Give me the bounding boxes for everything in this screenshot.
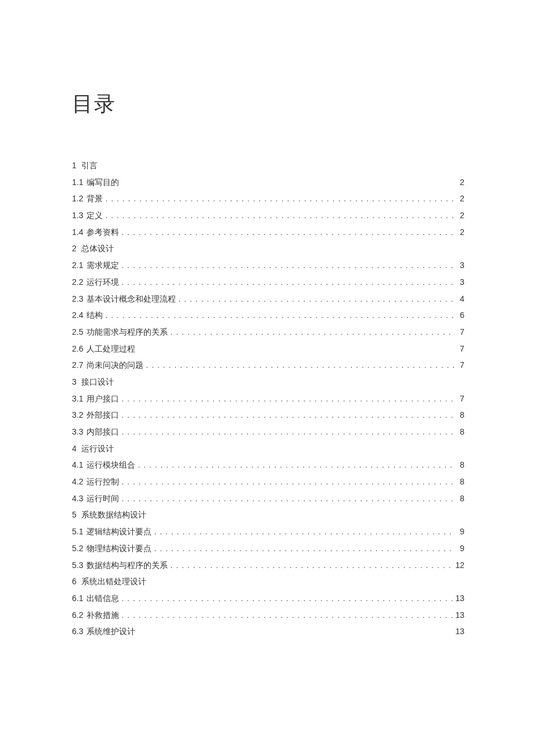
toc-entry-number: 4.1 — [72, 460, 83, 470]
toc-entry-page: 13 — [455, 593, 464, 603]
toc-entry-text: 运行模块组合 — [86, 460, 135, 471]
toc-entry-text: 逻辑结构设计要点 — [86, 527, 151, 537]
toc-entry-page: 2 — [457, 193, 464, 204]
toc-leader-dots: . . . . . . . . . . . . . . . . . . . . … — [178, 294, 455, 304]
toc-entry-number: 1.1 — [72, 177, 83, 187]
toc-entry-number: 3 — [72, 377, 77, 387]
toc-leader-dots: . . . . . . . . . . . . . . . . . . . . … — [138, 460, 455, 470]
toc-leader-dots: . . . . . . . . . . . . . . . . . . . . … — [146, 360, 455, 370]
toc-entry-number: 2.7 — [72, 360, 83, 370]
toc-entry-page: 3 — [457, 277, 464, 287]
toc-entry: 3.1用户接口. . . . . . . . . . . . . . . . .… — [72, 393, 464, 404]
toc-entry-number: 1.4 — [72, 227, 83, 237]
toc-entry: 6系统出错处理设计 — [72, 576, 464, 587]
toc-entry-page: 7 — [457, 360, 464, 370]
toc-entry: 6.3系统维护设计. . . . . . . . . . . . . . . .… — [72, 626, 464, 637]
toc-entry-page: 13 — [455, 626, 464, 636]
toc-entry-text: 外部接口 — [86, 410, 119, 421]
toc-entry: 6.2补救措施. . . . . . . . . . . . . . . . .… — [72, 610, 464, 621]
toc-entry-page: 3 — [457, 260, 464, 270]
toc-entry-number: 4 — [72, 443, 77, 454]
toc-entry-text: 出错信息 — [86, 594, 119, 604]
toc-leader-dots: . . . . . . . . . . . . . . . . . . . . … — [121, 593, 453, 603]
toc-entry-text: 人工处理过程 — [86, 344, 135, 355]
toc-entry-page: 2 — [457, 227, 464, 237]
toc-entry-page: 7 — [457, 327, 464, 337]
toc-entry-number: 1.3 — [72, 210, 83, 220]
toc-entry-number: 4.3 — [72, 493, 83, 504]
toc-entry-text: 参考资料 — [86, 227, 119, 238]
toc-leader-dots: . . . . . . . . . . . . . . . . . . . . … — [121, 476, 455, 487]
toc-entry-page: 4 — [457, 294, 464, 304]
toc-entry-text: 功能需求与程序的关系 — [86, 327, 168, 338]
toc-entry: 2总体设计 — [72, 243, 464, 254]
toc-entry: 4运行设计 — [72, 443, 464, 454]
toc-entry-text: 系统维护设计 — [86, 627, 135, 637]
toc-entry-number: 1.2 — [72, 193, 83, 204]
toc-entry-text: 接口设计 — [81, 377, 114, 388]
toc-entry: 4.1运行模块组合. . . . . . . . . . . . . . . .… — [72, 460, 464, 471]
toc-entry-number: 6.2 — [72, 610, 83, 620]
toc-entry-text: 运行环境 — [86, 277, 119, 288]
toc-entry-text: 尚未问决的问题 — [86, 360, 143, 371]
toc-entry: 1.2背景. . . . . . . . . . . . . . . . . .… — [72, 193, 464, 204]
toc-leader-dots: . . . . . . . . . . . . . . . . . . . . … — [121, 426, 455, 437]
toc-leader-dots: . . . . . . . . . . . . . . . . . . . . … — [121, 493, 455, 504]
toc-leader-dots: . . . . . . . . . . . . . . . . . . . . … — [121, 227, 455, 237]
toc-entry-number: 2.4 — [72, 310, 83, 320]
toc-leader-dots: . . . . . . . . . . . . . . . . . . . . … — [170, 560, 453, 570]
toc-entry: 2.4结构. . . . . . . . . . . . . . . . . .… — [72, 310, 464, 321]
toc-entry-number: 1 — [72, 160, 77, 171]
toc-entry: 1引言 — [72, 160, 464, 171]
toc-entry-text: 内部接口 — [86, 427, 119, 437]
toc-entry: 2.5功能需求与程序的关系. . . . . . . . . . . . . .… — [72, 327, 464, 338]
toc-entry-page: 13 — [455, 610, 464, 620]
toc-entry-text: 补救措施 — [86, 610, 119, 621]
table-of-contents: 1引言1.1编写目的. . . . . . . . . . . . . . . … — [72, 160, 464, 637]
toc-leader-dots: . . . . . . . . . . . . . . . . . . . . … — [121, 410, 455, 420]
toc-entry-page: 8 — [457, 460, 464, 470]
toc-entry: 1.1编写目的. . . . . . . . . . . . . . . . .… — [72, 177, 464, 188]
toc-entry-text: 系统出错处理设计 — [81, 577, 146, 587]
toc-entry-text: 背景 — [86, 194, 103, 204]
toc-entry-number: 2.3 — [72, 294, 83, 304]
toc-entry-page: 7 — [457, 393, 464, 404]
toc-entry: 3接口设计 — [72, 377, 464, 388]
toc-entry-page: 8 — [457, 476, 464, 487]
toc-entry: 2.7尚未问决的问题. . . . . . . . . . . . . . . … — [72, 360, 464, 371]
toc-entry-page: 9 — [457, 526, 464, 537]
toc-entry: 5.2物理结构设计要点. . . . . . . . . . . . . . .… — [72, 543, 464, 554]
toc-entry-page: 9 — [457, 543, 464, 554]
toc-entry-text: 需求规定 — [86, 261, 119, 271]
toc-entry-number: 5 — [72, 509, 77, 520]
toc-entry: 6.1出错信息. . . . . . . . . . . . . . . . .… — [72, 593, 464, 604]
toc-entry: 5.1逻辑结构设计要点. . . . . . . . . . . . . . .… — [72, 526, 464, 537]
toc-leader-dots: . . . . . . . . . . . . . . . . . . . . … — [105, 193, 455, 204]
toc-entry: 5系统数据结构设计 — [72, 509, 464, 520]
toc-entry: 3.2外部接口. . . . . . . . . . . . . . . . .… — [72, 410, 464, 421]
toc-entry-text: 用户接口 — [86, 394, 119, 404]
toc-entry: 2.2运行环境. . . . . . . . . . . . . . . . .… — [72, 277, 464, 288]
toc-entry-text: 结构 — [86, 310, 103, 321]
toc-leader-dots: . . . . . . . . . . . . . . . . . . . . … — [121, 277, 455, 287]
toc-leader-dots: . . . . . . . . . . . . . . . . . . . . … — [121, 610, 453, 620]
toc-entry-text: 运行设计 — [81, 444, 114, 454]
toc-entry: 3.3内部接口. . . . . . . . . . . . . . . . .… — [72, 426, 464, 437]
toc-entry-text: 系统数据结构设计 — [81, 510, 146, 520]
toc-entry-number: 2.6 — [72, 343, 83, 354]
toc-entry-page: 8 — [457, 410, 464, 420]
toc-leader-dots: . . . . . . . . . . . . . . . . . . . . … — [154, 543, 455, 554]
toc-leader-dots: . . . . . . . . . . . . . . . . . . . . … — [154, 526, 455, 537]
toc-entry-page: 7 — [457, 343, 464, 354]
toc-entry-number: 5.2 — [72, 543, 83, 554]
toc-entry: 2.6人工处理过程. . . . . . . . . . . . . . . .… — [72, 343, 464, 355]
toc-entry-number: 2.2 — [72, 277, 83, 287]
toc-entry-number: 5.1 — [72, 526, 83, 537]
toc-entry-text: 引言 — [81, 161, 98, 171]
toc-entry-number: 3.2 — [72, 410, 83, 420]
document-page: 目录 1引言1.1编写目的. . . . . . . . . . . . . .… — [0, 0, 534, 637]
toc-entry-page: 2 — [457, 210, 464, 220]
toc-entry: 1.4参考资料. . . . . . . . . . . . . . . . .… — [72, 227, 464, 238]
toc-entry-number: 6.1 — [72, 593, 83, 603]
toc-leader-dots: . . . . . . . . . . . . . . . . . . . . … — [170, 327, 455, 337]
